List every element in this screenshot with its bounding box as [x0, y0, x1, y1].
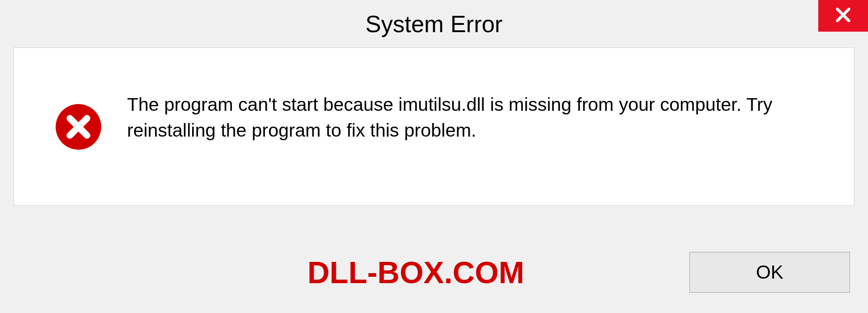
- titlebar: System Error: [0, 0, 868, 47]
- error-icon: [55, 103, 102, 151]
- dialog-footer: DLL-BOX.COM OK: [0, 245, 868, 299]
- error-message: The program can't start because imutilsu…: [127, 92, 827, 144]
- dialog-content: The program can't start because imutilsu…: [14, 47, 854, 206]
- close-button[interactable]: [818, 0, 868, 32]
- close-icon: [835, 6, 852, 25]
- watermark-text: DLL-BOX.COM: [307, 255, 524, 290]
- window-title: System Error: [365, 10, 502, 38]
- ok-button[interactable]: OK: [689, 252, 850, 293]
